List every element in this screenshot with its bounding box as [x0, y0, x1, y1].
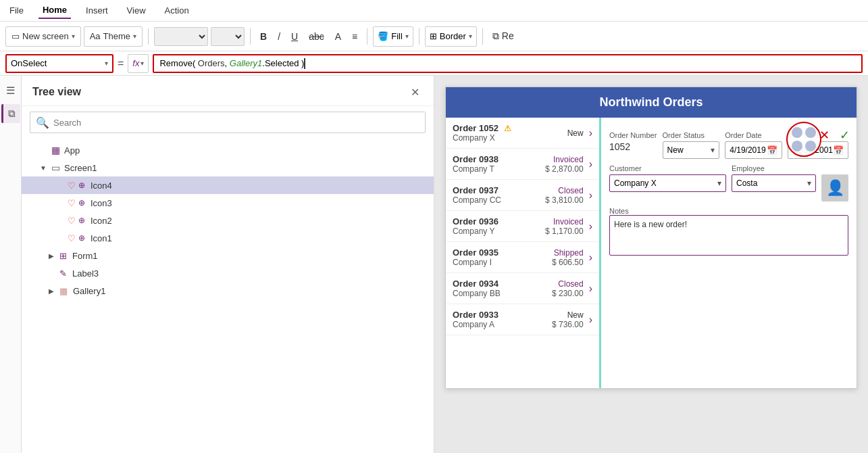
icon2-heart-icon: ♡ — [68, 216, 76, 226]
property-chevron-icon: ▾ — [105, 59, 108, 67]
form-close-button[interactable]: ✕ — [815, 126, 834, 145]
fill-chevron-icon: ▾ — [405, 32, 409, 40]
align-button[interactable]: ≡ — [348, 28, 361, 45]
font-color-button[interactable]: A — [331, 28, 345, 45]
menu-action[interactable]: Action — [161, 3, 193, 18]
equals-sign: = — [118, 57, 124, 70]
notes-textarea[interactable]: Here is a new order! — [609, 215, 848, 256]
bold-button[interactable]: B — [256, 28, 271, 45]
calendar-icon: 📅 — [767, 145, 777, 156]
customer-chevron-icon: ▾ — [717, 178, 721, 188]
fx-button[interactable]: fx ▾ — [128, 54, 149, 73]
property-selector[interactable]: OnSelect ▾ — [5, 54, 113, 73]
app-preview: Northwind Orders Order 1052 ⚠ Company X — [445, 87, 857, 389]
strikethrough-button[interactable]: abc — [305, 28, 328, 45]
new-screen-chevron-icon: ▾ — [72, 32, 75, 40]
employee-avatar: 👤 — [821, 174, 848, 201]
item-arrow-icon-6: › — [589, 283, 592, 295]
field-notes: Notes Here is a new order! — [609, 207, 848, 258]
tree-item-form1[interactable]: ▶ ⊞ Form1 — [22, 247, 434, 264]
employee-select[interactable]: Costa ▾ — [732, 174, 816, 192]
gallery-list[interactable]: Order 1052 ⚠ Company X New › Order 0938 … — [446, 118, 601, 388]
item-arrow-icon-4: › — [589, 220, 592, 233]
item-arrow-icon: › — [589, 127, 592, 139]
hamburger-button[interactable]: ☰ — [1, 81, 20, 100]
tree-item-label-icon4: Icon4 — [91, 181, 112, 191]
order-status-chevron-icon: ▾ — [711, 145, 715, 155]
tree-item-icon4[interactable]: ▶ ♡ ⊕ Icon4 — [22, 176, 434, 194]
canvas-area[interactable]: Northwind Orders Order 1052 ⚠ Company X — [434, 76, 868, 453]
field-order-status: Order Status New ▾ — [663, 131, 720, 159]
form1-expand-icon[interactable]: ▶ — [46, 250, 57, 261]
menu-file[interactable]: File — [5, 3, 28, 18]
left-nav: ☰ ⧉ — [0, 76, 22, 453]
icon1-heart-icon: ♡ — [68, 233, 76, 243]
sidebar-header: Tree view ✕ — [22, 76, 434, 106]
gallery-item-0937[interactable]: Order 0937 Company CC Closed $ 3,810.00 … — [446, 180, 599, 211]
border-button[interactable]: ⊞ Border ▾ — [425, 26, 477, 47]
field-order-date: Order Date 4/19/2019 📅 — [725, 131, 782, 159]
sidebar-title: Tree view — [32, 86, 81, 98]
new-screen-icon: ▭ — [11, 31, 20, 41]
tree-item-icon1[interactable]: ▶ ♡ ⊕ Icon1 — [22, 229, 434, 247]
icon3-heart-icon: ♡ — [68, 198, 76, 208]
tree-item-app[interactable]: ▶ ▦ App — [22, 141, 434, 159]
toolbar-separator-4 — [419, 28, 419, 45]
formula-bar: OnSelect ▾ = fx ▾ Remove( Orders, Galler… — [0, 51, 868, 76]
order-date-input[interactable]: 4/19/2019 📅 — [725, 141, 782, 159]
tree-item-icon3[interactable]: ▶ ♡ ⊕ Icon3 — [22, 194, 434, 212]
item-arrow-icon-7: › — [589, 314, 592, 326]
form-confirm-button[interactable]: ✓ — [835, 126, 854, 145]
gallery-item-0935[interactable]: Order 0935 Company I Shipped $ 606.50 › — [446, 242, 599, 273]
underline-button[interactable]: U — [287, 28, 302, 45]
layers-button[interactable]: ⧉ — [1, 104, 20, 123]
gallery-item-0938[interactable]: Order 0938 Company T Invoiced $ 2,870.00… — [446, 149, 599, 180]
icon4-heart-icon: ♡ — [68, 181, 76, 191]
new-screen-button[interactable]: ▭ New screen ▾ — [5, 26, 81, 47]
customer-select[interactable]: Company X ▾ — [609, 174, 726, 192]
app-body: Order 1052 ⚠ Company X New › Order 0938 … — [446, 118, 857, 388]
tree-item-label3[interactable]: ▶ ✎ Label3 — [22, 264, 434, 282]
font-family-select[interactable] — [154, 27, 208, 46]
reorder-button[interactable]: ⧉ Re — [488, 28, 518, 45]
tree-item-label-icon3: Icon3 — [91, 198, 112, 208]
tree-item-label-icon1: Icon1 — [91, 233, 112, 243]
menu-home[interactable]: Home — [39, 2, 71, 19]
gallery-item-0934[interactable]: Order 0934 Company BB Closed $ 230.00 › — [446, 273, 599, 304]
screen-icon: ▭ — [51, 162, 60, 173]
toolbar: ▭ New screen ▾ Aa Theme ▾ B / U abc A ≡ … — [0, 22, 868, 51]
gallery1-expand-icon[interactable]: ▶ — [46, 285, 57, 296]
tree-view: ▶ ▦ App ▼ ▭ Screen1 ▶ ♡ ⊕ Icon4 ▶ ♡ ⊕ — [22, 139, 434, 453]
gallery-icon: ▦ — [59, 286, 68, 296]
menu-insert[interactable]: Insert — [82, 3, 112, 18]
icon4-plus-icon: ⊕ — [78, 181, 85, 190]
icon1-plus-icon: ⊕ — [78, 233, 85, 243]
formula-input[interactable]: Remove( Orders, Gallery1.Selected ) — [153, 54, 863, 73]
menu-view[interactable]: View — [123, 3, 150, 18]
search-box: 🔍 — [30, 112, 426, 133]
due-date-calendar-icon: 📅 — [833, 145, 844, 156]
gallery-item-0936[interactable]: Order 0936 Company Y Invoiced $ 1,170.00… — [446, 211, 599, 242]
order-status-select[interactable]: New ▾ — [663, 141, 720, 159]
theme-button[interactable]: Aa Theme ▾ — [84, 26, 143, 47]
sidebar: Tree view ✕ 🔍 ▶ ▦ App ▼ ▭ Screen1 ▶ — [22, 76, 434, 453]
sidebar-close-button[interactable]: ✕ — [407, 84, 423, 100]
font-size-select[interactable] — [211, 27, 245, 46]
fill-button[interactable]: 🪣 Fill ▾ — [373, 26, 413, 47]
border-chevron-icon: ▾ — [469, 32, 472, 40]
tree-item-icon2[interactable]: ▶ ♡ ⊕ Icon2 — [22, 212, 434, 229]
field-order-number: Order Number 1052 — [609, 131, 657, 159]
screen1-expand-icon[interactable]: ▼ — [38, 162, 49, 173]
main-area: ☰ ⧉ Tree view ✕ 🔍 ▶ ▦ App ▼ ▭ Screen1 — [0, 76, 868, 453]
italic-button[interactable]: / — [274, 28, 284, 45]
toolbar-separator-1 — [148, 28, 149, 45]
gallery-item-1052[interactable]: Order 1052 ⚠ Company X New › — [446, 118, 599, 149]
tree-item-screen1[interactable]: ▼ ▭ Screen1 — [22, 159, 434, 176]
employee-chevron-icon: ▾ — [807, 178, 811, 188]
tree-item-label-form1: Form1 — [72, 251, 98, 261]
form-action-buttons: ✕ ✓ — [815, 126, 854, 145]
tree-item-gallery1[interactable]: ▶ ▦ Gallery1 — [22, 282, 434, 300]
form-panel: ✕ ✓ Order Number 1052 Order Status — [601, 118, 857, 388]
search-input[interactable] — [53, 118, 419, 128]
gallery-item-0933[interactable]: Order 0933 Company A New $ 736.00 › — [446, 304, 599, 335]
